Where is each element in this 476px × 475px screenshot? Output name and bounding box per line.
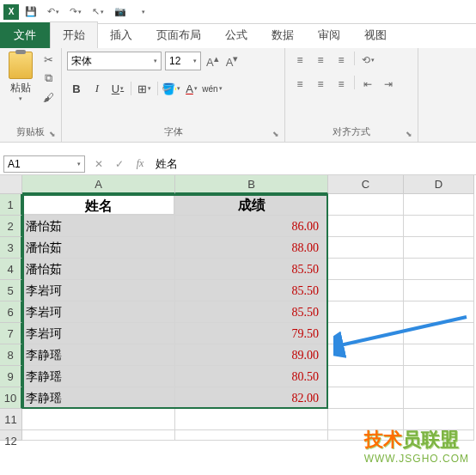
italic-button[interactable]: I <box>88 79 107 98</box>
undo-icon[interactable]: ↶▾ <box>43 2 64 22</box>
cell[interactable]: 79.50 <box>175 323 328 344</box>
fx-icon[interactable]: fx <box>130 155 150 173</box>
row-header[interactable]: 9 <box>0 366 22 387</box>
row-header[interactable]: 10 <box>0 387 22 409</box>
cut-icon[interactable]: ✂ <box>40 52 56 67</box>
cell[interactable]: 成绩 <box>175 194 328 216</box>
cell[interactable]: 82.00 <box>175 387 328 409</box>
col-header-b[interactable]: B <box>175 175 328 194</box>
row-header[interactable]: 8 <box>0 344 22 366</box>
cancel-icon[interactable]: ✕ <box>88 155 109 173</box>
cell[interactable] <box>328 366 404 387</box>
indent-decrease-icon[interactable]: ⇤ <box>358 76 377 93</box>
cell[interactable] <box>22 409 175 430</box>
tab-formulas[interactable]: 公式 <box>213 22 259 48</box>
tab-layout[interactable]: 页面布局 <box>144 22 213 48</box>
row-header[interactable]: 4 <box>0 259 22 280</box>
cell[interactable]: 李岩珂 <box>22 323 175 344</box>
align-left-icon[interactable]: ≡ <box>290 76 309 93</box>
cell[interactable] <box>328 259 404 280</box>
cell[interactable] <box>328 344 404 366</box>
cell[interactable] <box>404 366 474 387</box>
launcher-icon[interactable]: ⬊ <box>272 130 279 138</box>
cell[interactable] <box>22 430 175 441</box>
cell[interactable] <box>328 301 404 323</box>
underline-button[interactable]: U▾ <box>108 79 127 98</box>
formula-input[interactable] <box>150 155 476 173</box>
launcher-icon[interactable]: ⬊ <box>49 130 56 138</box>
align-center-icon[interactable]: ≡ <box>311 76 330 93</box>
cell[interactable] <box>404 387 474 409</box>
camera-icon[interactable]: 📷 <box>110 2 131 22</box>
cell[interactable] <box>175 430 328 441</box>
row-header[interactable]: 6 <box>0 301 22 323</box>
cell[interactable]: 86.00 <box>175 216 328 237</box>
indent-increase-icon[interactable]: ⇥ <box>379 76 398 93</box>
row-header[interactable]: 7 <box>0 323 22 344</box>
cell[interactable]: 李岩珂 <box>22 301 175 323</box>
cell[interactable]: 姓名 <box>22 194 175 216</box>
spreadsheet[interactable]: A B C D 1姓名成绩2潘怡茹86.003潘怡茹88.004潘怡茹85.50… <box>0 175 476 441</box>
font-name-select[interactable]: 宋体▾ <box>67 52 162 70</box>
row-header[interactable]: 3 <box>0 237 22 259</box>
font-size-select[interactable]: 12▾ <box>165 52 201 70</box>
bold-button[interactable]: B <box>67 79 86 98</box>
cell[interactable] <box>404 301 474 323</box>
select-all-corner[interactable] <box>0 175 22 194</box>
cell[interactable]: 潘怡茹 <box>22 259 175 280</box>
cell[interactable] <box>404 344 474 366</box>
cell[interactable] <box>404 323 474 344</box>
cell[interactable] <box>328 280 404 301</box>
cell[interactable]: 潘怡茹 <box>22 216 175 237</box>
cell[interactable]: 88.00 <box>175 237 328 259</box>
align-bottom-icon[interactable]: ≡ <box>332 52 351 69</box>
grow-font-icon[interactable]: A▴ <box>204 53 221 69</box>
font-color-button[interactable]: A▾ <box>182 79 201 98</box>
col-header-a[interactable]: A <box>22 175 175 194</box>
cell[interactable]: 李岩珂 <box>22 280 175 301</box>
cell[interactable]: 85.50 <box>175 280 328 301</box>
copy-icon[interactable]: ⧉ <box>40 70 56 86</box>
cell[interactable] <box>404 237 474 259</box>
launcher-icon[interactable]: ⬊ <box>406 130 412 138</box>
tab-file[interactable]: 文件 <box>0 22 50 48</box>
cell[interactable]: 潘怡茹 <box>22 237 175 259</box>
align-right-icon[interactable]: ≡ <box>332 76 351 93</box>
border-button[interactable]: ⊞▾ <box>135 79 154 98</box>
enter-icon[interactable]: ✓ <box>109 155 130 173</box>
col-header-c[interactable]: C <box>328 175 404 194</box>
name-box[interactable]: A1▾ <box>3 155 85 173</box>
cell[interactable] <box>404 280 474 301</box>
row-header[interactable]: 1 <box>0 194 22 216</box>
cell[interactable] <box>328 237 404 259</box>
align-middle-icon[interactable]: ≡ <box>311 52 330 69</box>
shrink-font-icon[interactable]: A▾ <box>224 53 241 69</box>
cell[interactable] <box>404 194 474 216</box>
cell[interactable]: 85.50 <box>175 259 328 280</box>
row-header[interactable]: 12 <box>0 430 22 441</box>
tab-review[interactable]: 审阅 <box>306 22 352 48</box>
tab-home[interactable]: 开始 <box>50 21 98 48</box>
cell[interactable]: 李静瑶 <box>22 366 175 387</box>
cell[interactable] <box>328 216 404 237</box>
col-header-d[interactable]: D <box>404 175 474 194</box>
cell[interactable]: 80.50 <box>175 366 328 387</box>
cell[interactable] <box>404 216 474 237</box>
align-top-icon[interactable]: ≡ <box>290 52 309 69</box>
save-icon[interactable]: 💾 <box>21 2 41 22</box>
format-painter-icon[interactable]: 🖌 <box>40 89 56 105</box>
touch-mode-icon[interactable]: ↖▾ <box>88 2 108 22</box>
cell[interactable]: 89.00 <box>175 344 328 366</box>
cell[interactable] <box>328 194 404 216</box>
cell[interactable]: 85.50 <box>175 301 328 323</box>
orientation-icon[interactable]: ⟲▾ <box>358 52 377 69</box>
cell[interactable] <box>328 323 404 344</box>
tab-view[interactable]: 视图 <box>352 22 399 48</box>
row-header[interactable]: 2 <box>0 216 22 237</box>
cell[interactable]: 李静瑶 <box>22 344 175 366</box>
phonetic-button[interactable]: wén▾ <box>203 79 222 98</box>
cell[interactable] <box>175 409 328 430</box>
cell[interactable] <box>404 259 474 280</box>
tab-data[interactable]: 数据 <box>259 22 306 48</box>
cell[interactable] <box>328 387 404 409</box>
